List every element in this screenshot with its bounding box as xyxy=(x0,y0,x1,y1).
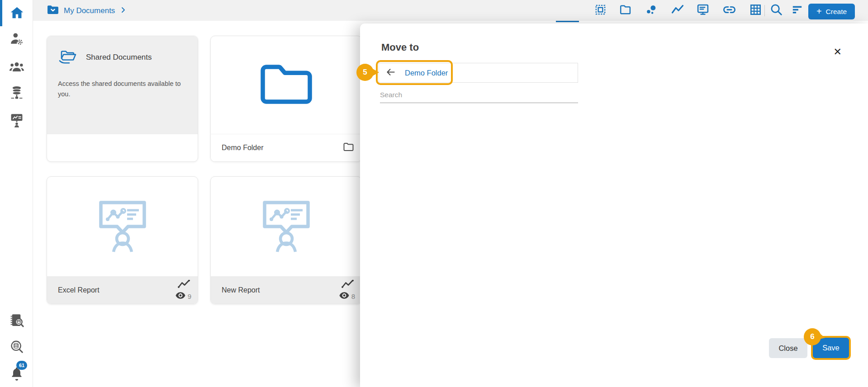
trend-icon xyxy=(177,280,191,291)
move-target-folder-row[interactable]: Demo Folder xyxy=(379,63,578,83)
toolbar-link-button[interactable] xyxy=(722,3,736,18)
toolbar-folder-button[interactable] xyxy=(618,3,632,18)
sidebar-item-home[interactable] xyxy=(8,5,26,23)
select-grid-icon xyxy=(594,3,607,18)
card-title: Shared Documents xyxy=(86,53,152,62)
search-input[interactable] xyxy=(380,87,578,103)
close-icon[interactable]: ✕ xyxy=(834,47,842,57)
card-new-report[interactable]: New Report 8 xyxy=(210,176,362,304)
small-folder-icon xyxy=(343,142,354,153)
user-gear-icon xyxy=(9,32,24,48)
toolbar-select-grid-button[interactable] xyxy=(593,3,607,18)
notification-badge: 61 xyxy=(16,361,27,370)
close-button[interactable]: Close xyxy=(769,338,807,358)
card-footer: Excel Report 9 xyxy=(47,276,198,304)
card-excel-body xyxy=(47,177,198,277)
eye-icon xyxy=(339,292,349,300)
database-network-icon xyxy=(9,85,24,103)
notebook-search-icon xyxy=(9,313,24,331)
toolbar-presentation-button[interactable] xyxy=(696,3,710,18)
people-icon xyxy=(9,59,24,76)
sidebar-item-data-search[interactable] xyxy=(8,339,26,357)
view-count: 8 xyxy=(351,293,355,300)
card-shared-body: Shared Documents Access the shared docum… xyxy=(47,36,198,134)
report-presentation-icon xyxy=(9,113,24,130)
report-preview-icon xyxy=(261,199,312,255)
create-button[interactable]: + Create xyxy=(808,4,855,19)
card-shared-documents[interactable]: Shared Documents Access the shared docum… xyxy=(47,36,198,162)
card-demo-folder[interactable]: Demo Folder xyxy=(210,36,362,162)
back-arrow-icon xyxy=(385,67,396,79)
active-nav-indicator xyxy=(0,0,2,26)
sidebar-item-user-settings[interactable] xyxy=(8,31,26,49)
card-footer: New Report 8 xyxy=(211,276,361,304)
eye-icon xyxy=(175,292,185,300)
toolbar-table-grid-button[interactable] xyxy=(748,3,763,18)
sidebar-item-document-audit[interactable] xyxy=(8,313,26,331)
topbar: My Documents xyxy=(33,0,868,21)
breadcrumb-label: My Documents xyxy=(64,6,115,15)
folder-icon xyxy=(619,3,632,18)
large-folder-icon xyxy=(259,63,314,108)
move-target-folder-label: Demo Folder xyxy=(405,69,448,77)
toolbar-divider xyxy=(764,5,765,16)
card-description: Access the shared documents available to… xyxy=(58,79,187,99)
card-label: New Report xyxy=(222,286,260,294)
save-button[interactable]: Save xyxy=(811,336,851,360)
toolbar-line-chart-button[interactable] xyxy=(670,3,685,18)
toolbar-bubble-chart-button[interactable] xyxy=(644,3,658,18)
home-icon xyxy=(10,6,24,22)
sidebar: 61 xyxy=(0,0,33,387)
search-icon xyxy=(769,3,783,18)
card-label: Demo Folder xyxy=(222,144,263,152)
view-count: 9 xyxy=(188,293,191,300)
toolbar-search-button[interactable] xyxy=(769,3,783,18)
sidebar-item-reports[interactable] xyxy=(8,112,26,130)
modal-title: Move to xyxy=(381,42,419,53)
sidebar-item-database[interactable] xyxy=(8,85,26,103)
move-to-modal: Move to ✕ Demo Folder Close Save 5 6 xyxy=(360,24,868,387)
card-footer: Demo Folder xyxy=(211,134,361,161)
bubble-chart-icon xyxy=(645,3,658,18)
card-footer xyxy=(47,134,198,161)
database-search-icon xyxy=(9,340,24,357)
card-demo-body xyxy=(211,36,361,134)
presentation-list-icon xyxy=(696,3,710,18)
sidebar-item-people[interactable] xyxy=(8,59,26,77)
card-excel-report[interactable]: Excel Report 9 xyxy=(47,176,198,304)
table-grid-icon xyxy=(749,3,762,18)
breadcrumb-folder-icon xyxy=(47,4,59,17)
plus-icon: + xyxy=(816,7,822,16)
trend-icon xyxy=(341,280,355,291)
report-preview-icon xyxy=(97,199,148,255)
card-new-body xyxy=(211,177,361,277)
shared-folder-icon xyxy=(58,48,79,67)
link-icon xyxy=(722,3,736,19)
card-label: Excel Report xyxy=(58,286,100,294)
line-chart-icon xyxy=(671,3,684,18)
breadcrumb[interactable]: My Documents xyxy=(47,4,127,17)
create-button-label: Create xyxy=(826,8,847,16)
toolbar-sort-button[interactable] xyxy=(790,3,804,18)
annotation-tail-step5 xyxy=(371,68,379,77)
chevron-right-icon xyxy=(119,6,127,15)
sort-icon xyxy=(791,3,804,18)
